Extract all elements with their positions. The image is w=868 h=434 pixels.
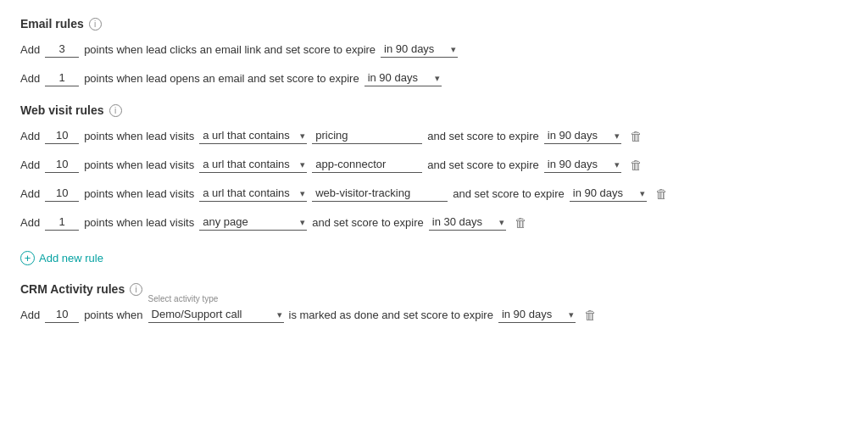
crm-rules-title: CRM Activity rules i [20, 282, 848, 296]
email-rules-info-icon[interactable]: i [89, 18, 102, 31]
web-url-condition-wrap-2: a url that contains a url that equals an… [199, 156, 307, 173]
web-delete-4[interactable]: 🗑 [515, 215, 527, 230]
web-add-2: Add [20, 159, 40, 171]
crm-info-icon[interactable]: i [130, 283, 142, 296]
crm-points-1[interactable] [45, 306, 79, 323]
crm-expire-select-1[interactable]: in 90 days in 30 days in 60 days in 180 … [498, 306, 576, 323]
email-expire-select-1[interactable]: in 90 days in 30 days in 60 days in 180 … [381, 41, 458, 58]
crm-activity-type-label: Select activity type [148, 294, 219, 303]
web-url-condition-select-1[interactable]: a url that contains a url that equals an… [199, 127, 307, 144]
web-delete-3[interactable]: 🗑 [655, 186, 668, 201]
web-points-3[interactable] [45, 185, 79, 202]
web-desc-after-1: and set score to expire [427, 130, 539, 142]
web-desc-before-4: points when lead visits [84, 216, 194, 229]
web-points-2[interactable] [45, 156, 79, 173]
web-desc-after-4: and set score to expire [312, 216, 424, 229]
crm-rules-label: CRM Activity rules [20, 282, 125, 296]
web-expire-select-2[interactable]: in 90 days in 30 days in 60 days in 180 … [544, 156, 621, 173]
web-url-value-2[interactable] [312, 156, 422, 173]
crm-expire-wrap-1: in 90 days in 30 days in 60 days in 180 … [498, 306, 576, 323]
add-new-rule-button[interactable]: + Add new rule [20, 251, 103, 265]
web-add-1: Add [20, 130, 40, 142]
email-rules-section: Email rules i Add points when lead click… [20, 17, 848, 86]
email-points-input-1[interactable] [45, 41, 79, 58]
web-rule-row-4: Add points when lead visits any page a u… [20, 214, 848, 231]
web-points-1[interactable] [45, 127, 79, 144]
crm-activity-wrap-1: Select activity type Demo/Support call M… [148, 306, 284, 323]
web-visit-info-icon[interactable]: i [109, 104, 122, 117]
web-url-value-1[interactable] [312, 127, 422, 144]
web-url-condition-wrap-4: any page a url that contains a url that … [199, 214, 307, 231]
web-desc-before-2: points when lead visits [84, 159, 194, 171]
email-rule-row-2: Add points when lead opens an email and … [20, 70, 848, 86]
crm-rules-section: CRM Activity rules i Add points when Sel… [20, 282, 848, 323]
add-new-rule-plus-icon: + [20, 251, 35, 265]
web-url-value-3[interactable] [312, 185, 448, 202]
web-delete-1[interactable]: 🗑 [630, 129, 643, 143]
email-rule-row-1: Add points when lead clicks an email lin… [20, 41, 848, 58]
web-expire-wrap-4: in 30 days in 60 days in 90 days in 180 … [429, 214, 506, 231]
web-url-condition-select-3[interactable]: a url that contains a url that equals an… [199, 185, 307, 202]
email-expire-wrap-1: in 90 days in 30 days in 60 days in 180 … [381, 41, 458, 58]
web-expire-select-1[interactable]: in 90 days in 30 days in 60 days in 180 … [544, 127, 621, 144]
email-desc-2: points when lead opens an email and set … [84, 72, 359, 85]
web-visit-rules-title: Web visit rules i [20, 103, 848, 117]
web-add-4: Add [20, 216, 40, 229]
crm-delete-1[interactable]: 🗑 [584, 308, 597, 322]
crm-desc-after-1: is marked as done and set score to expir… [289, 309, 493, 321]
web-desc-after-3: and set score to expire [453, 187, 565, 200]
email-rules-title: Email rules i [20, 17, 848, 31]
web-rule-row-1: Add points when lead visits a url that c… [20, 127, 848, 144]
web-points-4[interactable] [45, 214, 79, 231]
web-desc-after-2: and set score to expire [427, 159, 539, 171]
email-expire-select-2[interactable]: in 90 days in 30 days in 60 days in 180 … [364, 70, 442, 86]
web-expire-select-4[interactable]: in 30 days in 60 days in 90 days in 180 … [429, 214, 506, 231]
email-points-input-2[interactable] [45, 70, 79, 86]
email-expire-wrap-2: in 90 days in 30 days in 60 days in 180 … [364, 70, 442, 86]
web-expire-wrap-1: in 90 days in 30 days in 60 days in 180 … [544, 127, 621, 144]
web-visit-rules-section: Web visit rules i Add points when lead v… [20, 103, 848, 231]
web-rule-row-2: Add points when lead visits a url that c… [20, 156, 848, 173]
web-expire-select-3[interactable]: in 90 days in 30 days in 60 days in 180 … [570, 185, 647, 202]
web-rule-row-3: Add points when lead visits a url that c… [20, 185, 848, 202]
crm-activity-select-wrap: Demo/Support call Meeting Phone call [148, 306, 284, 323]
web-url-condition-wrap-3: a url that contains a url that equals an… [199, 185, 307, 202]
web-url-condition-select-2[interactable]: a url that contains a url that equals an… [199, 156, 307, 173]
email-rules-label: Email rules [20, 17, 84, 31]
crm-add-1: Add [20, 309, 40, 321]
email-desc-1: points when lead clicks an email link an… [84, 43, 376, 56]
web-desc-before-1: points when lead visits [84, 130, 194, 142]
crm-rule-row-1: Add points when Select activity type Dem… [20, 306, 848, 323]
email-add-label-1: Add [20, 43, 40, 56]
web-delete-2[interactable]: 🗑 [630, 158, 643, 172]
web-url-condition-wrap-1: a url that contains a url that equals an… [199, 127, 307, 144]
web-expire-wrap-3: in 90 days in 30 days in 60 days in 180 … [570, 185, 647, 202]
web-desc-before-3: points when lead visits [84, 187, 194, 200]
crm-desc-before-1: points when [84, 309, 142, 321]
email-add-label-2: Add [20, 72, 40, 85]
crm-activity-select-1[interactable]: Demo/Support call Meeting Phone call [148, 306, 284, 323]
web-expire-wrap-2: in 90 days in 30 days in 60 days in 180 … [544, 156, 621, 173]
web-add-3: Add [20, 187, 40, 200]
web-url-condition-select-4[interactable]: any page a url that contains a url that … [199, 214, 307, 231]
web-visit-rules-label: Web visit rules [20, 103, 104, 117]
add-new-rule-label: Add new rule [39, 252, 103, 264]
